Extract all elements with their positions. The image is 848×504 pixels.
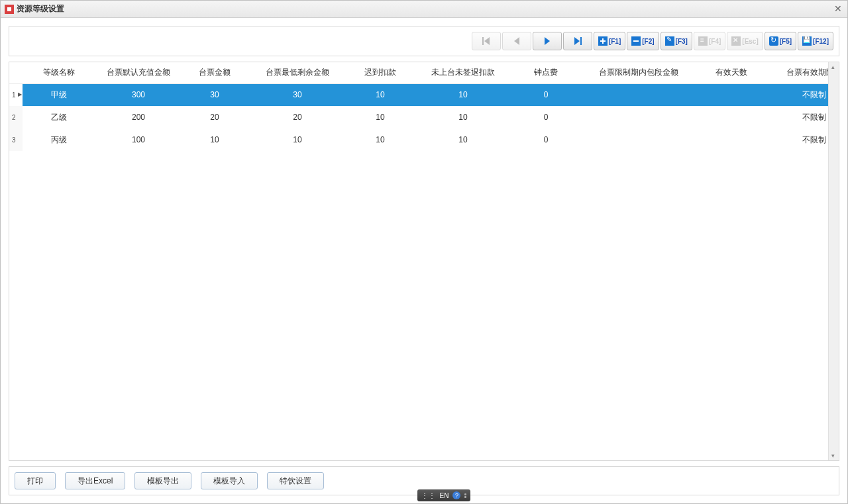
edit-button[interactable]: [F3]	[661, 32, 692, 50]
ime-indicator[interactable]: ⋮⋮ EN ?	[417, 489, 470, 501]
template-import-button[interactable]: 模板导入	[201, 472, 258, 489]
fkey-label: [F3]	[676, 38, 688, 45]
table-cell[interactable]: 甲级	[23, 83, 95, 106]
col-header[interactable]: 台票有效期限制	[765, 62, 828, 83]
last-icon	[574, 37, 582, 45]
col-header[interactable]: 有效天数	[698, 62, 765, 83]
table-cell[interactable]: 10	[182, 128, 248, 151]
fkey-label: [Esc]	[742, 38, 758, 45]
table-row[interactable]: 3丙级100101010100不限制	[9, 128, 828, 151]
col-header[interactable]: 迟到扣款	[347, 62, 413, 83]
fkey-label: [F5]	[780, 38, 792, 45]
col-header[interactable]: 等级名称	[23, 62, 95, 83]
table-cell[interactable]	[698, 128, 765, 151]
table-cell[interactable]: 10	[413, 128, 513, 151]
table-cell[interactable]: 100	[95, 128, 182, 151]
main-window: 资源等级设置 ✕ [F1] [F2] [F3] [F4] [Esc] [F5] …	[0, 0, 848, 504]
table-header-row: 等级名称 台票默认充值金额 台票金额 台票最低剩余金额 迟到扣款 未上台未签退扣…	[9, 62, 828, 83]
table-cell[interactable]	[579, 83, 698, 106]
table-cell[interactable]: 30	[182, 83, 248, 106]
titlebar[interactable]: 资源等级设置 ✕	[1, 1, 847, 18]
table-cell[interactable]: 不限制	[765, 106, 828, 128]
next-icon	[543, 37, 551, 45]
table-cell[interactable]	[698, 106, 765, 128]
add-button[interactable]: [F1]	[594, 32, 625, 50]
table-cell[interactable]: 300	[95, 83, 182, 106]
help-icon[interactable]: ?	[452, 491, 460, 499]
nav-next-button[interactable]	[533, 32, 562, 50]
window-title: 资源等级设置	[17, 3, 64, 15]
table-cell[interactable]: 10	[248, 128, 347, 151]
table-cell[interactable]: 10	[347, 83, 413, 106]
col-header[interactable]: 台票默认充值金额	[95, 62, 182, 83]
fkey-label: [F4]	[709, 38, 721, 45]
table-cell[interactable]: 200	[95, 106, 182, 128]
table-cell[interactable]: 20	[182, 106, 248, 128]
table-cell[interactable]: 不限制	[765, 83, 828, 106]
doc-icon	[698, 36, 708, 46]
nav-prev-button[interactable]	[502, 32, 531, 50]
template-export-button[interactable]: 模板导出	[134, 472, 191, 489]
edit-icon	[665, 36, 674, 46]
save-button[interactable]: [F12]	[798, 32, 833, 50]
drink-settings-button[interactable]: 特饮设置	[267, 472, 324, 489]
nav-last-button[interactable]	[563, 32, 592, 50]
table-cell[interactable]: 0	[513, 106, 579, 128]
table-cell[interactable]: 30	[248, 83, 347, 106]
doc-button[interactable]: [F4]	[694, 32, 725, 50]
ime-lang: EN	[440, 492, 449, 499]
col-header[interactable]: 台票限制期内包段金额	[579, 62, 698, 83]
refresh-button[interactable]: [F5]	[765, 32, 796, 50]
ime-menu-icon[interactable]	[464, 493, 466, 498]
table-wrap: 等级名称 台票默认充值金额 台票金额 台票最低剩余金额 迟到扣款 未上台未签退扣…	[9, 62, 828, 460]
cancel-button[interactable]: [Esc]	[727, 32, 763, 50]
table-cell[interactable]: 丙级	[23, 128, 95, 151]
data-table[interactable]: 等级名称 台票默认充值金额 台票金额 台票最低剩余金额 迟到扣款 未上台未签退扣…	[9, 62, 828, 151]
row-number: 3	[9, 128, 23, 151]
x-icon	[731, 36, 741, 46]
rownum-header	[9, 62, 23, 83]
print-button[interactable]: 打印	[15, 472, 56, 489]
fkey-label: [F12]	[813, 38, 829, 45]
table-panel: 等级名称 台票默认充值金额 台票金额 台票最低剩余金额 迟到扣款 未上台未签退扣…	[9, 62, 839, 461]
col-header[interactable]: 台票最低剩余金额	[248, 62, 347, 83]
first-icon	[482, 37, 490, 45]
table-cell[interactable]	[579, 128, 698, 151]
app-icon	[5, 5, 14, 14]
fkey-label: [F2]	[642, 38, 654, 45]
prev-icon	[513, 37, 521, 45]
minus-icon	[631, 36, 641, 46]
row-number: 2	[9, 106, 23, 128]
table-cell[interactable]	[579, 106, 698, 128]
table-cell[interactable]: 20	[248, 106, 347, 128]
toolbar: [F1] [F2] [F3] [F4] [Esc] [F5] [F12]	[9, 26, 839, 56]
table-row[interactable]: 1甲级300303010100不限制	[9, 83, 828, 106]
table-cell[interactable]: 10	[347, 106, 413, 128]
col-header[interactable]: 台票金额	[182, 62, 248, 83]
content-area: [F1] [F2] [F3] [F4] [Esc] [F5] [F12] 等级名…	[1, 18, 847, 503]
col-header[interactable]: 钟点费	[513, 62, 579, 83]
table-cell[interactable]: 0	[513, 83, 579, 106]
table-cell[interactable]: 10	[413, 83, 513, 106]
table-cell[interactable]: 0	[513, 128, 579, 151]
fkey-label: [F1]	[609, 38, 621, 45]
table-row[interactable]: 2乙级200202010100不限制	[9, 106, 828, 128]
remove-button[interactable]: [F2]	[627, 32, 659, 50]
nav-first-button[interactable]	[472, 32, 501, 50]
col-header[interactable]: 未上台未签退扣款	[413, 62, 513, 83]
plus-icon	[598, 36, 608, 46]
table-cell[interactable]: 乙级	[23, 106, 95, 128]
vertical-scrollbar[interactable]	[828, 62, 839, 460]
table-cell[interactable]	[698, 83, 765, 106]
row-number: 1	[9, 83, 23, 106]
export-excel-button[interactable]: 导出Excel	[65, 472, 125, 489]
save-icon	[802, 36, 812, 46]
table-cell[interactable]: 10	[413, 106, 513, 128]
close-button[interactable]: ✕	[834, 3, 842, 14]
table-cell[interactable]: 不限制	[765, 128, 828, 151]
refresh-icon	[769, 36, 778, 46]
table-cell[interactable]: 10	[347, 128, 413, 151]
